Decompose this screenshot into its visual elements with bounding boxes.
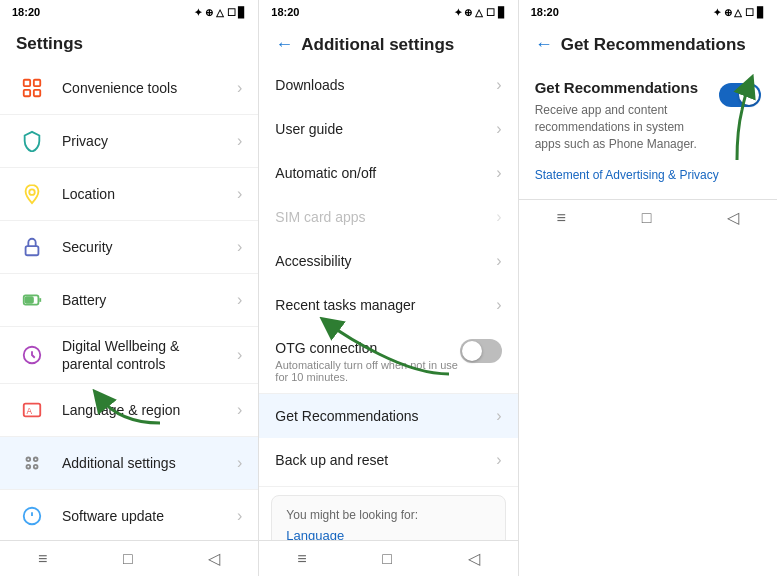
- back-button-2[interactable]: ←: [275, 34, 293, 55]
- item-downloads[interactable]: Downloads ›: [259, 63, 517, 107]
- svg-rect-3: [34, 90, 40, 96]
- additional-settings-panel: 18:20 ✦ ⊕ △ ☐ ▊ ← Additional settings Do…: [259, 0, 518, 576]
- rec-main-title: Get Recommendations: [535, 79, 719, 96]
- suggestion-language-link[interactable]: Language: [286, 528, 344, 540]
- item-accessibility[interactable]: Accessibility ›: [259, 239, 517, 283]
- chevron-icon: ›: [237, 132, 242, 150]
- additional-list: Downloads › User guide › Automatic on/of…: [259, 63, 517, 540]
- rec-header-title: Get Recommendations: [561, 35, 746, 55]
- backupreset-title: Back up and reset: [275, 451, 388, 469]
- recommendations-panel: 18:20 ✦ ⊕ △ ☐ ▊ ← Get Recommendations Ge…: [519, 0, 777, 576]
- location-title: Location: [62, 185, 229, 203]
- simcardapps-title: SIM card apps: [275, 208, 365, 226]
- suggestion-box: You might be looking for: Language: [271, 495, 505, 540]
- bottom-nav-2: ≡ □ ◁: [259, 540, 517, 576]
- rec-description: Receive app and content recommendations …: [535, 102, 707, 152]
- rec-toggle[interactable]: [719, 83, 761, 107]
- svg-point-11: [27, 458, 31, 462]
- item-getrecommendations[interactable]: Get Recommendations ›: [259, 394, 517, 438]
- menu-icon[interactable]: ≡: [38, 550, 47, 568]
- digitalwellbeing-icon: [16, 339, 48, 371]
- status-icons-2: ✦ ⊕ △ ☐ ▊: [454, 7, 506, 18]
- bottom-nav-1: ≡ □ ◁: [0, 540, 258, 576]
- svg-point-13: [27, 465, 31, 469]
- language-text: Language & region: [62, 401, 229, 419]
- sidebar-item-security[interactable]: Security ›: [0, 221, 258, 274]
- chevron-icon: ›: [237, 507, 242, 525]
- sidebar-item-softwareupdate[interactable]: Software update ›: [0, 490, 258, 540]
- additional-header: ← Additional settings: [259, 24, 517, 63]
- back-icon-3[interactable]: ◁: [727, 208, 739, 227]
- battery-title: Battery: [62, 291, 229, 309]
- location-text: Location: [62, 185, 229, 203]
- privacy-text: Privacy: [62, 132, 229, 150]
- settings-panel: 18:20 ✦ ⊕ △ ☐ ▊ Settings Convenience too…: [0, 0, 259, 576]
- chevron-icon: ›: [237, 79, 242, 97]
- svg-rect-7: [26, 297, 33, 303]
- digitalwellbeing-text: Digital Wellbeing & parental controls: [62, 337, 229, 373]
- getrecommendations-title: Get Recommendations: [275, 407, 418, 425]
- home-icon-2[interactable]: □: [382, 550, 392, 568]
- svg-rect-2: [24, 90, 30, 96]
- svg-point-4: [29, 189, 35, 195]
- back-icon[interactable]: ◁: [208, 549, 220, 568]
- item-userguide[interactable]: User guide ›: [259, 107, 517, 151]
- language-icon: A: [16, 394, 48, 426]
- list-divider: [259, 486, 517, 487]
- status-icons-1: ✦ ⊕ △ ☐ ▊: [194, 7, 246, 18]
- rec-content: Get Recommendations Receive app and cont…: [519, 63, 777, 199]
- status-icons-3: ✦ ⊕ △ ☐ ▊: [713, 7, 765, 18]
- chevron-icon: ›: [237, 454, 242, 472]
- home-icon-3[interactable]: □: [642, 209, 652, 227]
- menu-icon-2[interactable]: ≡: [297, 550, 306, 568]
- item-otgconnection[interactable]: OTG connection Automatically turn off wh…: [259, 327, 517, 394]
- downloads-title: Downloads: [275, 76, 344, 94]
- rec-header: ← Get Recommendations: [519, 24, 777, 63]
- digitalwellbeing-title: Digital Wellbeing & parental controls: [62, 337, 229, 373]
- rec-main-row: Get Recommendations Receive app and cont…: [535, 79, 761, 152]
- svg-rect-5: [26, 246, 39, 255]
- security-icon: [16, 231, 48, 263]
- back-icon-2[interactable]: ◁: [468, 549, 480, 568]
- item-automaticonoff[interactable]: Automatic on/off ›: [259, 151, 517, 195]
- sidebar-item-privacy[interactable]: Privacy ›: [0, 115, 258, 168]
- otg-subtitle: Automatically turn off when not in use f…: [275, 359, 459, 383]
- toggle-knob: [462, 341, 482, 361]
- item-recenttasks[interactable]: Recent tasks manager ›: [259, 283, 517, 327]
- recenttasks-title: Recent tasks manager: [275, 296, 415, 314]
- otg-title: OTG connection: [275, 339, 459, 357]
- privacy-title: Privacy: [62, 132, 229, 150]
- menu-icon-3[interactable]: ≡: [557, 209, 566, 227]
- status-bar-2: 18:20 ✦ ⊕ △ ☐ ▊: [259, 0, 517, 24]
- time-3: 18:20: [531, 6, 559, 18]
- rec-toggle-knob: [739, 85, 759, 105]
- sidebar-item-digitalwellbeing[interactable]: Digital Wellbeing & parental controls ›: [0, 327, 258, 384]
- back-button-3[interactable]: ←: [535, 34, 553, 55]
- privacy-icon: [16, 125, 48, 157]
- softwareupdate-icon: [16, 500, 48, 532]
- advertising-privacy-link[interactable]: Statement of Advertising & Privacy: [535, 168, 719, 182]
- battery-text: Battery: [62, 291, 229, 309]
- otg-toggle[interactable]: [460, 339, 502, 363]
- chevron-icon: ›: [237, 291, 242, 309]
- bottom-nav-3: ≡ □ ◁: [519, 199, 777, 235]
- otg-text: OTG connection Automatically turn off wh…: [275, 339, 459, 383]
- additionalsettings-title: Additional settings: [62, 454, 229, 472]
- time-1: 18:20: [12, 6, 40, 18]
- item-backupreset[interactable]: Back up and reset ›: [259, 438, 517, 482]
- sidebar-item-convenience[interactable]: Convenience tools ›: [0, 62, 258, 115]
- security-text: Security: [62, 238, 229, 256]
- sidebar-item-additionalsettings[interactable]: Additional settings ›: [0, 437, 258, 490]
- settings-header: Settings: [0, 24, 258, 62]
- userguide-title: User guide: [275, 120, 343, 138]
- additional-title: Additional settings: [301, 35, 454, 55]
- status-bar-1: 18:20 ✦ ⊕ △ ☐ ▊: [0, 0, 258, 24]
- sidebar-item-battery[interactable]: Battery ›: [0, 274, 258, 327]
- item-simcardapps: SIM card apps ›: [259, 195, 517, 239]
- sidebar-item-location[interactable]: Location ›: [0, 168, 258, 221]
- additionalsettings-icon: [16, 447, 48, 479]
- home-icon[interactable]: □: [123, 550, 133, 568]
- settings-title: Settings: [16, 34, 242, 54]
- battery-icon: [16, 284, 48, 316]
- sidebar-item-language[interactable]: A Language & region ›: [0, 384, 258, 437]
